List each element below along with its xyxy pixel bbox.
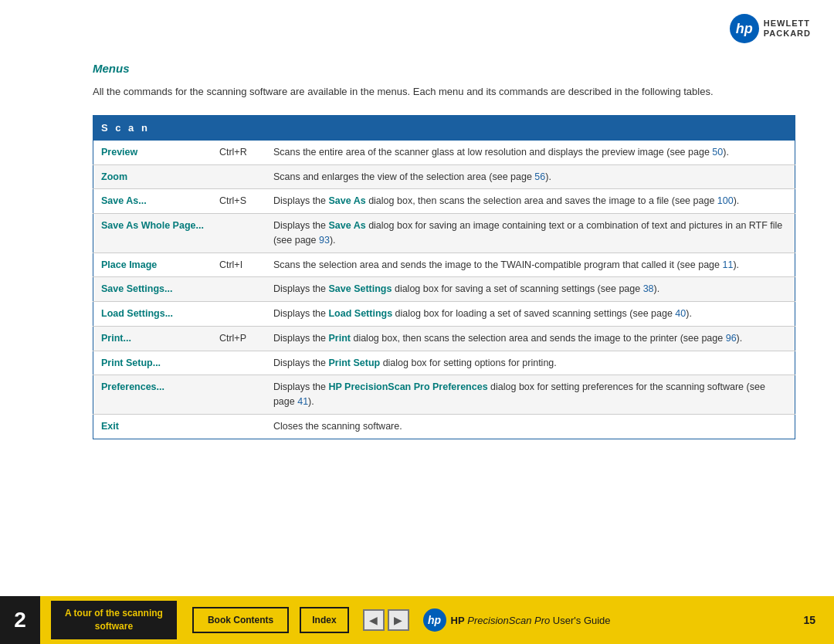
- command-cell: Save As Whole Page...: [93, 214, 212, 253]
- desc-cell: Displays the Save As dialog box, then sc…: [266, 189, 795, 214]
- tour-button[interactable]: A tour of the scanning software: [51, 601, 177, 639]
- command-cell: Save Settings...: [93, 277, 212, 302]
- footer-brand-text: HP PrecisionScan Pro User's Guide: [451, 615, 611, 626]
- page-link[interactable]: 100: [717, 195, 734, 206]
- shortcut-cell: [212, 164, 266, 189]
- table-row: Preview Ctrl+R Scans the entire area of …: [93, 141, 795, 164]
- dialog-link[interactable]: Load Settings: [328, 308, 392, 319]
- scan-table: S c a n Preview Ctrl+R Scans the entire …: [93, 115, 795, 439]
- next-arrow-button[interactable]: ▶: [388, 609, 409, 631]
- desc-cell: Closes the scanning software.: [266, 414, 795, 439]
- shortcut-cell: [212, 414, 266, 439]
- page-link[interactable]: 93: [319, 235, 330, 246]
- table-header-cell: S c a n: [93, 116, 795, 141]
- table-header-label: S c a n: [101, 122, 150, 134]
- desc-cell: Scans and enlarges the view of the selec…: [266, 164, 795, 189]
- page-link[interactable]: 41: [297, 396, 308, 407]
- table-row: Save As Whole Page... Displays the Save …: [93, 214, 795, 253]
- page-link[interactable]: 38: [643, 283, 654, 294]
- dialog-link[interactable]: Print: [328, 333, 350, 344]
- footer-page-num: 15: [803, 614, 815, 626]
- page-link[interactable]: 56: [534, 171, 545, 182]
- desc-cell: Displays the Print Setup dialog box for …: [266, 351, 795, 375]
- book-contents-button[interactable]: Book Contents: [192, 607, 289, 633]
- dialog-link[interactable]: Save As: [328, 220, 365, 231]
- table-row: Exit Closes the scanning software.: [93, 414, 795, 439]
- page-container: hp HEWLETT PACKARD Menus All the command…: [0, 0, 834, 644]
- shortcut-cell: [212, 375, 266, 415]
- prev-arrow-button[interactable]: ◀: [363, 609, 385, 631]
- shortcut-cell: Ctrl+R: [212, 141, 266, 164]
- command-cell: Print...: [93, 326, 212, 351]
- intro-text: All the commands for the scanning softwa…: [93, 84, 795, 100]
- shortcut-cell: Ctrl+I: [212, 253, 266, 277]
- hp-logo: hp HEWLETT PACKARD: [730, 14, 811, 43]
- page-link[interactable]: 11: [723, 259, 734, 270]
- desc-cell: Displays the HP PrecisionScan Pro Prefer…: [266, 375, 795, 415]
- dialog-link[interactable]: Print Setup: [328, 358, 380, 368]
- page-link[interactable]: 40: [675, 308, 686, 319]
- table-row: Zoom Scans and enlarges the view of the …: [93, 164, 795, 189]
- desc-cell: Scans the selection area and sends the i…: [266, 253, 795, 277]
- footer-page-number: 2: [0, 596, 40, 644]
- shortcut-cell: [212, 302, 266, 327]
- shortcut-cell: [212, 351, 266, 375]
- footer-navigation: ◀ ▶: [363, 609, 409, 631]
- command-cell: Print Setup...: [93, 351, 212, 375]
- footer-brand: hp HP PrecisionScan Pro User's Guide: [423, 608, 611, 632]
- page-link[interactable]: 50: [712, 147, 723, 158]
- desc-cell: Displays the Save As dialog box for savi…: [266, 214, 795, 253]
- table-row: Place Image Ctrl+I Scans the selection a…: [93, 253, 795, 277]
- footer-hp-icon: hp: [423, 608, 446, 632]
- table-row: Save As... Ctrl+S Displays the Save As d…: [93, 189, 795, 214]
- command-cell: Exit: [93, 414, 212, 439]
- desc-cell: Displays the Print dialog box, then scan…: [266, 326, 795, 351]
- index-button[interactable]: Index: [300, 607, 348, 633]
- desc-cell: Displays the Save Settings dialog box fo…: [266, 277, 795, 302]
- shortcut-cell: [212, 214, 266, 253]
- command-cell: Place Image: [93, 253, 212, 277]
- dialog-link[interactable]: Save As: [328, 195, 365, 206]
- table-row: Load Settings... Displays the Load Setti…: [93, 302, 795, 327]
- hp-icon: hp: [730, 14, 759, 43]
- command-cell: Load Settings...: [93, 302, 212, 327]
- header-logo: hp HEWLETT PACKARD: [730, 14, 811, 43]
- shortcut-cell: [212, 277, 266, 302]
- dialog-link[interactable]: Save Settings: [328, 283, 392, 294]
- main-content: Menus All the commands for the scanning …: [93, 62, 795, 439]
- table-row: Preferences... Displays the HP Precision…: [93, 375, 795, 415]
- table-row: Print Setup... Displays the Print Setup …: [93, 351, 795, 375]
- footer-bar: 2 A tour of the scanning software Book C…: [0, 596, 834, 644]
- shortcut-cell: Ctrl+P: [212, 326, 266, 351]
- dialog-link[interactable]: HP PrecisionScan Pro Preferences: [328, 381, 487, 392]
- hp-company-name: HEWLETT PACKARD: [764, 19, 811, 39]
- table-row: Save Settings... Displays the Save Setti…: [93, 277, 795, 302]
- desc-cell: Displays the Load Settings dialog box fo…: [266, 302, 795, 327]
- table-row: Print... Ctrl+P Displays the Print dialo…: [93, 326, 795, 351]
- desc-cell: Scans the entire area of the scanner gla…: [266, 141, 795, 164]
- command-cell: Save As...: [93, 189, 212, 214]
- command-cell: Zoom: [93, 164, 212, 189]
- page-link[interactable]: 96: [726, 333, 737, 344]
- section-title: Menus: [93, 62, 795, 75]
- shortcut-cell: Ctrl+S: [212, 189, 266, 214]
- command-cell: Preview: [93, 141, 212, 164]
- command-cell: Preferences...: [93, 375, 212, 415]
